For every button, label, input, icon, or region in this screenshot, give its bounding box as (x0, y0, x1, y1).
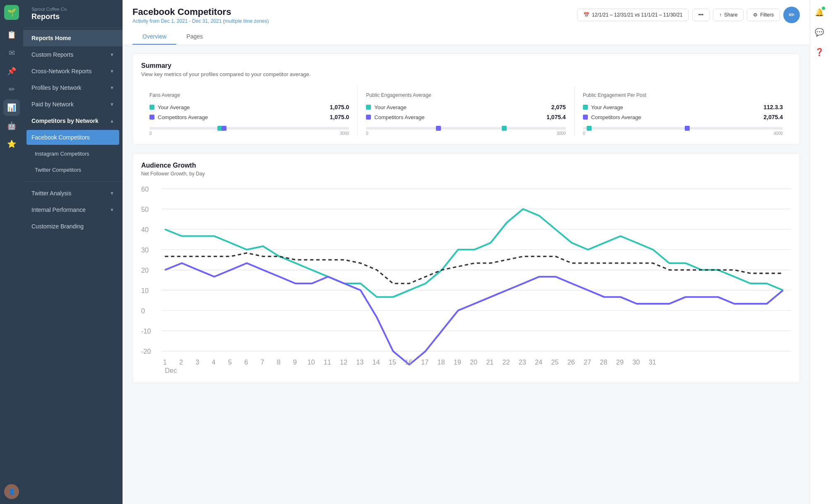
sidebar-item-customize-branding[interactable]: Customize Branding (23, 218, 123, 235)
sidebar-header: Sprout Coffee Co. Reports (23, 0, 123, 28)
svg-text:0: 0 (141, 307, 145, 314)
icon-rail: 🌱 📋 ✉ 📌 ✏ 📊 🤖 ⭐ 👤 (0, 0, 23, 504)
chevron-icon: ▼ (110, 52, 114, 57)
svg-text:30: 30 (141, 246, 149, 254)
chart-label: Net Follower Growth, by Day (141, 171, 791, 177)
svg-text:25: 25 (551, 358, 558, 366)
tab-pages[interactable]: Pages (176, 29, 213, 45)
audience-growth-card: Audience Growth Net Follower Growth, by … (132, 153, 800, 383)
summary-subtitle: View key metrics of your profiles compar… (141, 71, 791, 77)
svg-text:-20: -20 (141, 348, 151, 355)
eng-your-row: Your Average 2,075 (366, 104, 566, 110)
eng-comp-value: 1,075.4 (546, 114, 566, 120)
svg-text:24: 24 (535, 358, 542, 366)
sidebar: Sprout Coffee Co. Reports Reports Home C… (23, 0, 123, 504)
nav-feed-icon[interactable]: 📋 (3, 26, 20, 43)
svg-text:10: 10 (307, 358, 315, 366)
teal-dot (149, 105, 154, 110)
fans-comp-row: Competitors Average 1,075.0 (149, 114, 349, 120)
svg-text:17: 17 (421, 358, 428, 366)
share-button[interactable]: ↑ Share (713, 9, 744, 21)
svg-text:12: 12 (340, 358, 347, 366)
fans-progress: 0 3000 (149, 127, 349, 130)
sidebar-item-cross-network[interactable]: Cross-Network Reports ▼ (23, 63, 123, 79)
svg-text:16: 16 (405, 358, 412, 366)
purple-dot (366, 115, 371, 120)
page-header: Facebook Competitors Activity from Dec 1… (123, 0, 810, 45)
audience-growth-title: Audience Growth (141, 162, 791, 169)
svg-text:22: 22 (502, 358, 510, 366)
svg-text:21: 21 (486, 358, 493, 366)
sidebar-item-twitter-competitors[interactable]: Twitter Competitors (23, 162, 123, 178)
purple-marker (685, 126, 690, 131)
svg-text:19: 19 (454, 358, 461, 366)
tab-overview[interactable]: Overview (132, 29, 176, 45)
sidebar-item-competitors-by-network[interactable]: Competitors by Network ▲ (23, 113, 123, 129)
chevron-icon: ▼ (110, 69, 114, 74)
nav-compose-icon[interactable]: ✏ (3, 81, 20, 98)
sidebar-item-paid-by-network[interactable]: Paid by Network ▼ (23, 96, 123, 113)
svg-text:28: 28 (600, 358, 607, 366)
eng-your-value: 2,075 (551, 104, 566, 110)
svg-text:40: 40 (141, 226, 149, 233)
svg-text:50: 50 (141, 206, 149, 213)
purple-dot (149, 115, 154, 120)
sidebar-item-reports-home[interactable]: Reports Home (23, 30, 123, 46)
svg-text:13: 13 (356, 358, 363, 366)
nav-schedule-icon[interactable]: 🤖 (3, 118, 20, 134)
notifications-icon[interactable]: 🔔 (812, 5, 827, 20)
summary-public-engagements: Public Engagements Average Your Average … (358, 86, 574, 136)
compose-button[interactable]: ✏ (783, 7, 800, 23)
nav-analytics-icon[interactable]: 📊 (3, 99, 20, 116)
eng-progress: 0 3000 (366, 127, 566, 130)
teal-dot (583, 105, 588, 110)
date-range-button[interactable]: 📅 12/1/21 – 12/31/21 vs 11/1/21 – 11/30/… (577, 9, 689, 21)
chevron-icon: ▼ (110, 207, 114, 212)
company-name: Sprout Coffee Co. (31, 7, 114, 12)
page-content: Summary View key metrics of your profile… (123, 45, 810, 504)
nav-inbox-icon[interactable]: ✉ (3, 45, 20, 61)
nav-star-icon[interactable]: ⭐ (3, 136, 20, 152)
sidebar-item-custom-reports[interactable]: Custom Reports ▼ (23, 46, 123, 63)
nav-tasks-icon[interactable]: 📌 (3, 63, 20, 79)
share-icon: ↑ (719, 12, 722, 18)
filters-button[interactable]: ⚙ Filters (747, 9, 780, 21)
sidebar-item-internal-performance[interactable]: Internal Performance ▼ (23, 202, 123, 218)
chevron-icon: ▲ (110, 118, 114, 123)
perpost-your-value: 112.3.3 (763, 104, 783, 110)
svg-text:15: 15 (389, 358, 396, 366)
page-subtitle: Activity from Dec 1, 2021 - Dec 31, 2021… (132, 18, 269, 24)
notification-badge (822, 7, 825, 10)
sidebar-item-profiles-by-network[interactable]: Profiles by Network ▼ (23, 79, 123, 96)
ellipsis-icon: ••• (698, 12, 704, 18)
sidebar-item-twitter-analysis[interactable]: Twitter Analysis ▼ (23, 185, 123, 202)
svg-text:26: 26 (567, 358, 575, 366)
page-tabs: Overview Pages (132, 29, 800, 45)
app-logo: 🌱 (4, 5, 19, 20)
user-avatar[interactable]: 👤 (4, 484, 19, 499)
svg-text:23: 23 (519, 358, 526, 366)
svg-text:18: 18 (437, 358, 445, 366)
svg-text:7: 7 (260, 358, 264, 366)
sidebar-item-instagram-competitors[interactable]: Instagram Competitors (23, 146, 123, 162)
more-options-button[interactable]: ••• (692, 9, 710, 21)
main-content: Facebook Competitors Activity from Dec 1… (123, 0, 810, 504)
svg-text:2: 2 (179, 358, 183, 366)
page-title: Facebook Competitors (132, 7, 269, 17)
eng-comp-row: Competitors Average 1,075.4 (366, 114, 566, 120)
perpost-progress: 0 4000 (583, 127, 783, 130)
header-title-group: Facebook Competitors Activity from Dec 1… (132, 7, 269, 24)
filter-icon: ⚙ (753, 12, 758, 18)
svg-text:9: 9 (293, 358, 297, 366)
help-icon[interactable]: ❓ (812, 45, 827, 60)
fans-label: Fans Average (149, 92, 349, 98)
svg-text:5: 5 (228, 358, 232, 366)
sidebar-item-facebook-competitors[interactable]: Facebook Competitors (26, 130, 119, 145)
chat-icon[interactable]: 💬 (812, 25, 827, 40)
svg-text:31: 31 (649, 358, 656, 366)
calendar-icon: 📅 (583, 12, 590, 18)
fans-your-value: 1,075.0 (330, 104, 349, 110)
purple-marker (221, 126, 226, 131)
teal-dot (366, 105, 371, 110)
svg-text:27: 27 (584, 358, 591, 366)
